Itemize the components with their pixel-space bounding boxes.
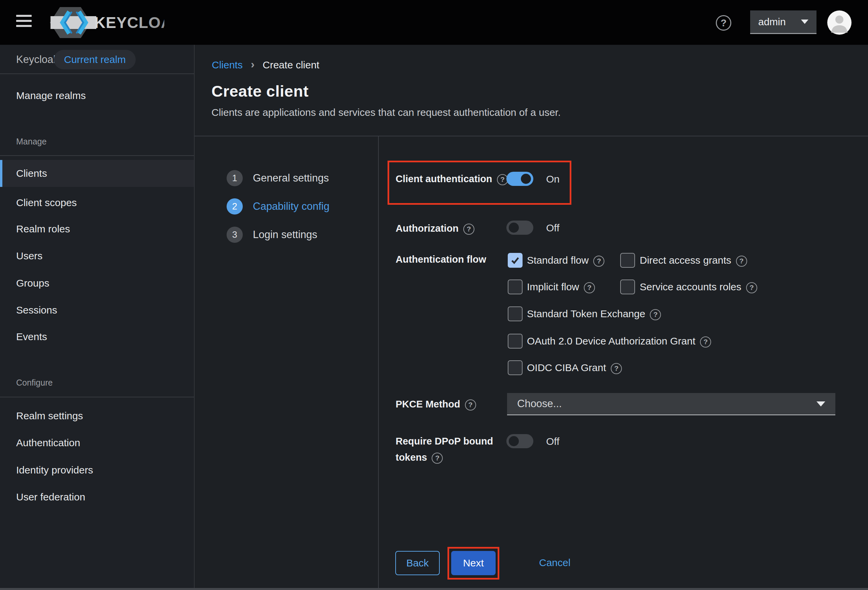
step-label: Login settings <box>253 229 317 241</box>
chevron-right-icon: › <box>251 59 255 69</box>
help-icon[interactable] <box>593 256 604 267</box>
page-title: Create client <box>211 82 309 101</box>
help-icon[interactable]: ? <box>716 15 731 31</box>
breadcrumb: Clients › Create client <box>212 59 319 71</box>
wizard-step-general-settings[interactable]: 1 General settings <box>227 170 329 186</box>
client-authentication-toggle[interactable] <box>506 172 533 186</box>
checkbox-standard-flow[interactable] <box>508 253 523 268</box>
dpop-label: Require DPoP bound tokens <box>396 433 497 466</box>
help-icon[interactable] <box>736 256 747 267</box>
client-authentication-state: On <box>546 173 559 185</box>
pkce-method-select[interactable]: Choose... <box>507 393 836 415</box>
sidebar-item-realm-settings[interactable]: Realm settings <box>0 402 194 429</box>
standard-token-exchange-label: Standard Token Exchange <box>527 306 661 321</box>
step-number: 3 <box>227 227 243 243</box>
back-button[interactable]: Back <box>395 551 440 575</box>
checkbox-service-accounts-roles[interactable] <box>620 279 635 294</box>
cancel-link[interactable]: Cancel <box>539 557 570 568</box>
section-label-manage: Manage <box>16 137 46 146</box>
sidebar-item-manage-realms[interactable]: Manage realms <box>0 82 194 109</box>
user-menu-label: admin <box>758 16 801 28</box>
sidebar-item-sessions[interactable]: Sessions <box>0 297 194 324</box>
help-icon[interactable] <box>650 309 661 320</box>
help-icon[interactable] <box>746 282 757 293</box>
divider <box>0 155 194 156</box>
help-icon[interactable] <box>432 452 443 464</box>
sidebar-item-users[interactable]: Users <box>0 243 194 269</box>
standard-flow-label: Standard flow <box>527 253 604 268</box>
step-number: 2 <box>227 198 243 214</box>
dpop-state: Off <box>546 436 559 447</box>
divider <box>378 136 379 590</box>
service-accounts-roles-label: Service accounts roles <box>640 279 757 294</box>
checkbox-standard-token-exchange[interactable] <box>508 306 523 321</box>
realm-switcher: Keycloak Current realm <box>0 45 194 73</box>
top-bar: KEYCLOAK ? admin <box>0 0 868 45</box>
avatar[interactable] <box>827 10 852 35</box>
breadcrumb-clients-link[interactable]: Clients <box>212 59 243 71</box>
help-icon[interactable] <box>465 399 476 411</box>
checkbox-implicit-flow[interactable] <box>508 279 523 294</box>
step-number: 1 <box>227 170 243 186</box>
checkbox-direct-access-grants[interactable] <box>620 253 635 268</box>
product-label: Keycloak <box>16 53 59 66</box>
pkce-method-value: Choose... <box>517 398 816 410</box>
oidc-ciba-grant-label: OIDC CIBA Grant <box>527 360 622 375</box>
divider <box>0 397 194 397</box>
sidebar-item-realm-roles[interactable]: Realm roles <box>0 216 194 243</box>
keycloak-logo: KEYCLOAK <box>50 6 164 40</box>
authorization-state: Off <box>546 222 559 234</box>
sidebar-item-events[interactable]: Events <box>0 323 194 350</box>
dpop-toggle[interactable] <box>506 434 533 448</box>
divider <box>195 136 868 136</box>
current-realm-badge[interactable]: Current realm <box>54 50 136 69</box>
chevron-down-icon <box>816 401 825 407</box>
keycloak-admin-console: KEYCLOAK ? admin Keycloak Current realm … <box>0 0 868 590</box>
section-label-configure: Configure <box>16 378 53 387</box>
hamburger-menu-icon[interactable] <box>16 15 32 30</box>
sidebar-item-client-scopes[interactable]: Client scopes <box>0 189 194 216</box>
chevron-down-icon <box>801 19 808 24</box>
implicit-flow-label: Implicit flow <box>527 279 595 294</box>
sidebar-item-groups[interactable]: Groups <box>0 270 194 297</box>
step-label: Capability config <box>253 200 329 213</box>
user-menu-dropdown[interactable]: admin <box>750 10 816 34</box>
main-content: Clients › Create client Create client Cl… <box>195 45 868 590</box>
authorization-toggle[interactable] <box>506 220 533 235</box>
step-label: General settings <box>253 172 329 184</box>
pkce-method-label: PKCE Method <box>396 396 512 412</box>
wizard-step-capability-config[interactable]: 2 Capability config <box>227 198 329 214</box>
wizard-step-login-settings[interactable]: 3 Login settings <box>227 227 317 243</box>
brand-text: KEYCLOAK <box>94 14 164 31</box>
authorization-label: Authorization <box>396 220 512 237</box>
checkbox-oauth-device-authorization-grant[interactable] <box>508 334 523 349</box>
help-icon[interactable] <box>611 363 622 374</box>
sidebar-nav: Keycloak Current realm Manage realms Man… <box>0 45 195 590</box>
checkmark-icon <box>510 255 520 265</box>
sidebar-item-clients[interactable]: Clients <box>0 160 194 187</box>
authentication-flow-label: Authentication flow <box>396 251 512 268</box>
direct-access-grants-label: Direct access grants <box>640 253 747 268</box>
window-bottom-edge <box>0 588 868 590</box>
client-authentication-label: Client authentication <box>396 171 512 187</box>
breadcrumb-current: Create client <box>263 59 319 71</box>
oauth-device-authorization-grant-label: OAuth 2.0 Device Authorization Grant <box>527 334 711 349</box>
page-subtitle: Clients are applications and services th… <box>211 107 561 118</box>
sidebar-item-user-federation[interactable]: User federation <box>0 484 194 510</box>
sidebar-item-identity-providers[interactable]: Identity providers <box>0 457 194 484</box>
divider <box>0 73 194 74</box>
help-icon[interactable] <box>700 336 711 347</box>
help-icon[interactable] <box>463 223 474 235</box>
checkbox-oidc-ciba-grant[interactable] <box>508 360 523 375</box>
sidebar-item-authentication[interactable]: Authentication <box>0 429 194 456</box>
help-icon[interactable] <box>584 282 595 293</box>
next-button[interactable]: Next <box>451 551 496 575</box>
